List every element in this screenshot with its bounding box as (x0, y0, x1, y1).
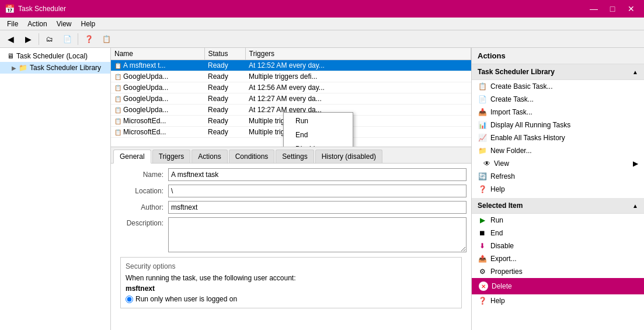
refresh-label: Refresh (490, 172, 515, 180)
folder-icon: 📁 (19, 64, 27, 72)
tab-history[interactable]: History (disabled) (315, 150, 382, 163)
task-trigger: Multiple triggers defi... (245, 127, 471, 138)
actions-header: Actions (472, 48, 644, 64)
menu-help[interactable]: Help (76, 19, 100, 29)
tabs-bar: General Triggers Actions Conditions Sett… (111, 147, 471, 164)
new-folder-icon: 📁 (478, 147, 487, 155)
actions-title: Actions (478, 51, 506, 60)
col-header-status[interactable]: Status (204, 48, 245, 60)
info-button[interactable]: 📋 (98, 32, 114, 46)
panel-help-library[interactable]: ❓ Help (472, 183, 644, 196)
task-trigger: At 12:56 AM every day... (245, 82, 471, 93)
show-hide-button[interactable]: 🗂 (41, 32, 58, 46)
panel-new-folder[interactable]: 📁 New Folder... (472, 144, 644, 157)
export-label: Export... (490, 255, 517, 263)
create-task-icon: 📄 (478, 95, 487, 103)
selected-collapse-btn[interactable]: ▲ (632, 203, 638, 209)
help-library-icon: ❓ (478, 185, 487, 193)
table-row[interactable]: 📋GoogleUpda... Ready At 12:56 AM every d… (111, 82, 471, 93)
panel-create-task[interactable]: 📄 Create Task... (472, 93, 644, 106)
main-layout: 🖥 Task Scheduler (Local) ▶ 📁 Task Schedu… (0, 48, 644, 330)
table-row[interactable]: 📋GoogleUpda... Ready Multiple triggers d… (111, 71, 471, 82)
import-task-icon: 📥 (478, 108, 487, 116)
table-row[interactable]: 📋A msftnext t... Ready At 12:52 AM every… (111, 60, 471, 71)
task-name: 📋GoogleUpda... (111, 105, 204, 116)
end-label: End (490, 229, 503, 237)
security-title: Security options (126, 262, 457, 270)
panel-view[interactable]: 👁 View ▶ (472, 157, 644, 170)
tab-actions[interactable]: Actions (192, 150, 227, 163)
name-row: Name: (116, 168, 467, 181)
panel-refresh[interactable]: 🔄 Refresh (472, 170, 644, 183)
panel-run[interactable]: ▶ Run (472, 214, 644, 227)
name-input[interactable] (168, 168, 467, 181)
menu-view[interactable]: View (52, 19, 76, 29)
task-status: Ready (204, 82, 245, 93)
tab-triggers[interactable]: Triggers (152, 150, 191, 163)
ctx-run[interactable]: Run (284, 114, 353, 128)
computer-icon: 🖥 (7, 52, 14, 60)
panel-delete[interactable]: ✕ Delete (472, 278, 644, 294)
tab-settings[interactable]: Settings (276, 150, 314, 163)
sidebar-item-local[interactable]: 🖥 Task Scheduler (Local) (0, 50, 110, 62)
security-text: When running the task, use the following… (126, 274, 457, 282)
help-icon-button[interactable]: ❓ (81, 32, 97, 46)
tab-content-general: Name: Location: Author: Description: Sec… (111, 164, 471, 318)
radio-logged-on[interactable] (126, 296, 133, 303)
display-running-icon: 📊 (478, 121, 487, 129)
task-name: 📋GoogleUpda... (111, 71, 204, 82)
library-collapse-btn[interactable]: ▲ (632, 69, 638, 75)
context-menu: Run End Disable Export... Properties Del… (283, 112, 353, 147)
maximize-button[interactable]: □ (604, 2, 621, 15)
description-input[interactable] (168, 217, 467, 252)
refresh-icon: 🔄 (478, 172, 487, 180)
run-label: Run (490, 216, 503, 224)
panel-properties[interactable]: ⚙ Properties (472, 265, 644, 278)
window-controls: — □ ✕ (586, 2, 639, 15)
task-trigger: Multiple triggers defi... (245, 71, 471, 82)
toolbar: ◀ ▶ 🗂 📄 ❓ 📋 (0, 30, 644, 48)
display-running-label: Display All Running Tasks (490, 121, 570, 129)
task-name: 📋GoogleUpda... (111, 82, 204, 93)
task-trigger: At 12:27 AM every da... (245, 93, 471, 105)
panel-create-basic-task[interactable]: 📋 Create Basic Task... (472, 80, 644, 93)
task-trigger: At 12:52 AM every day... (245, 60, 471, 71)
import-task-label: Import Task... (490, 108, 532, 116)
panel-import-task[interactable]: 📥 Import Task... (472, 106, 644, 119)
author-label: Author: (116, 203, 168, 211)
panel-disable[interactable]: ⬇ Disable (472, 239, 644, 252)
radio-row: Run only when user is logged on (126, 295, 457, 303)
sidebar-item-library[interactable]: ▶ 📁 Task Scheduler Library (0, 62, 110, 74)
ctx-end[interactable]: End (284, 128, 353, 142)
panel-enable-history[interactable]: 📈 Enable All Tasks History (472, 131, 644, 144)
tab-general[interactable]: General (113, 150, 151, 164)
menu-action[interactable]: Action (23, 19, 51, 29)
author-input[interactable] (168, 201, 467, 214)
app-icon: 📅 (5, 4, 15, 13)
menu-file[interactable]: File (2, 19, 23, 29)
minimize-button[interactable]: — (586, 2, 602, 15)
help-selected-icon: ❓ (478, 297, 487, 305)
col-header-triggers[interactable]: Triggers (245, 48, 471, 60)
details-button[interactable]: 📄 (59, 32, 75, 46)
create-task-label: Create Task... (490, 95, 534, 103)
panel-display-running[interactable]: 📊 Display All Running Tasks (472, 119, 644, 131)
ctx-disable[interactable]: Disable (284, 142, 353, 147)
panel-end[interactable]: ⏹ End (472, 227, 644, 239)
col-header-name[interactable]: Name (111, 48, 204, 60)
table-row[interactable]: 📋GoogleUpda... Ready At 12:27 AM every d… (111, 93, 471, 105)
forward-button[interactable]: ▶ (20, 32, 36, 46)
delete-label: Delete (492, 282, 512, 290)
selected-item-header: Selected Item ▲ (472, 198, 644, 214)
separator-2 (78, 33, 78, 45)
radio-label: Run only when user is logged on (135, 295, 237, 303)
close-button[interactable]: ✕ (623, 2, 639, 15)
panel-export[interactable]: 📤 Export... (472, 252, 644, 265)
tab-conditions[interactable]: Conditions (229, 150, 275, 163)
panel-help-selected[interactable]: ❓ Help (472, 294, 644, 307)
delete-icon: ✕ (479, 282, 488, 291)
enable-history-label: Enable All Tasks History (490, 134, 565, 142)
back-button[interactable]: ◀ (2, 32, 19, 46)
location-input[interactable] (168, 185, 467, 197)
create-basic-task-label: Create Basic Task... (490, 82, 553, 91)
